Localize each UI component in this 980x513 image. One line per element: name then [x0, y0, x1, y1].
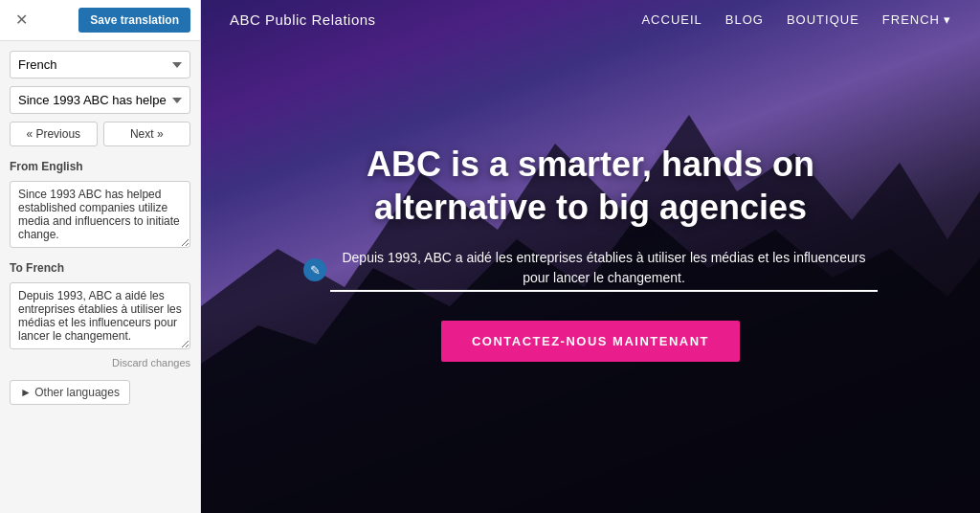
nav-french[interactable]: FRENCH ▾ — [882, 12, 951, 27]
hero-subtitle-wrapper: ✎ Depuis 1993, ABC a aidé les entreprise… — [303, 248, 878, 292]
edit-icon-circle: ✎ — [303, 258, 326, 281]
other-languages-button[interactable]: ► Other languages — [10, 380, 130, 405]
hero-section: ABC is a smarter, hands on alternative t… — [303, 143, 878, 362]
navigation-buttons: « Previous Next » — [10, 122, 190, 146]
nav-links: ACCUEIL BLOG BOUTIQUE FRENCH ▾ — [641, 12, 951, 27]
nav-boutique[interactable]: BOUTIQUE — [787, 12, 859, 27]
hero-subtitle: Depuis 1993, ABC a aidé les entreprises … — [330, 248, 878, 292]
nav-accueil[interactable]: ACCUEIL — [641, 12, 702, 27]
website-preview: ABC Public Relations ACCUEIL BLOG BOUTIQ… — [201, 0, 980, 513]
to-french-textarea[interactable]: Depuis 1993, ABC a aidé les entreprises … — [10, 282, 190, 349]
save-translation-button[interactable]: Save translation — [78, 8, 190, 33]
site-logo: ABC Public Relations — [230, 11, 376, 28]
to-french-label: To French — [10, 261, 190, 275]
cta-button[interactable]: CONTACTEZ-NOUS MAINTENANT — [441, 321, 740, 362]
panel-header: ✕ Save translation — [0, 0, 200, 41]
snippet-select[interactable]: Since 1993 ABC has helped esta... — [10, 86, 190, 114]
panel-body: French Spanish German Italian Since 1993… — [0, 41, 200, 414]
nav-blog[interactable]: BLOG — [725, 12, 764, 27]
from-english-label: From English — [10, 160, 190, 173]
site-navigation: ABC Public Relations ACCUEIL BLOG BOUTIQ… — [201, 0, 980, 39]
discard-changes-link[interactable]: Discard changes — [10, 357, 190, 368]
close-button[interactable]: ✕ — [10, 11, 33, 30]
chevron-down-icon: ▾ — [944, 12, 951, 27]
next-button[interactable]: Next » — [103, 122, 191, 146]
language-select[interactable]: French Spanish German Italian — [10, 51, 190, 78]
translation-panel: ✕ Save translation French Spanish German… — [0, 0, 201, 513]
from-english-textarea[interactable]: Since 1993 ABC has helped established co… — [10, 181, 190, 248]
previous-button[interactable]: « Previous — [10, 122, 98, 146]
hero-title: ABC is a smarter, hands on alternative t… — [303, 143, 878, 229]
edit-icon: ✎ — [310, 262, 321, 277]
